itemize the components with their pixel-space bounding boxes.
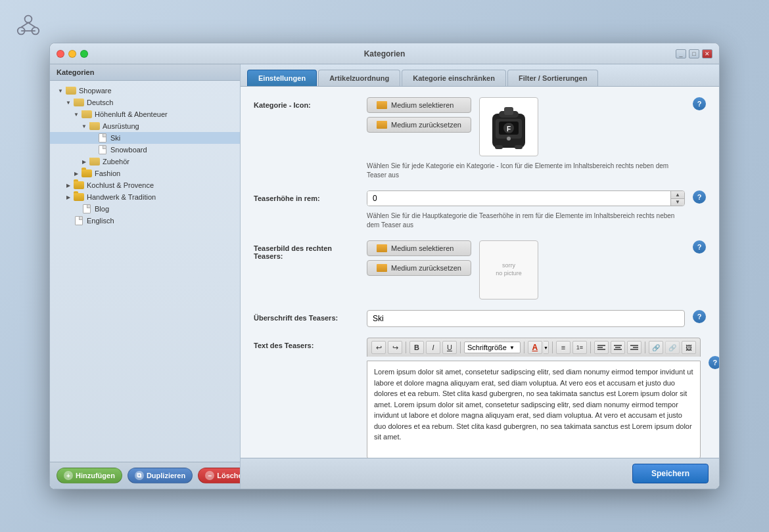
expander-englisch (64, 217, 72, 225)
expander-deutsch[interactable]: ▼ (64, 99, 72, 106)
tab-einstellungen[interactable]: Einstellungen (247, 70, 317, 86)
help-icon-teaser-hoehe[interactable]: ? (693, 190, 706, 204)
sidebar-item-kochlust[interactable]: ▶ Kochlust & Provence (50, 179, 240, 191)
sep-6 (645, 342, 645, 353)
align-center-btn[interactable] (611, 341, 625, 354)
undo-btn[interactable]: ↩ (371, 341, 386, 354)
sidebar-item-englisch[interactable]: Englisch (50, 215, 240, 227)
duplicate-button[interactable]: ⧉ Duplizieren (128, 468, 193, 483)
expander-zubehoer[interactable]: ▶ (80, 158, 88, 166)
duplicate-label: Duplizieren (147, 472, 185, 479)
add-icon: + (64, 471, 73, 480)
close-button[interactable] (57, 50, 64, 58)
unlink-btn[interactable]: 🔗 (665, 341, 680, 354)
sidebar-item-handwerk[interactable]: ▶ Handwerk & Tradition (50, 191, 240, 203)
expander-kochlust[interactable]: ▶ (64, 181, 72, 189)
minimize-btn[interactable]: _ (676, 49, 686, 58)
window-body: Kategorien ▼ Shopware ▼ Deutsch (50, 64, 719, 489)
align-left-btn[interactable] (594, 341, 609, 354)
svg-rect-12 (504, 107, 513, 115)
sidebar-item-fashion[interactable]: ▶ Fashion (50, 167, 240, 179)
minimize-button[interactable] (68, 50, 76, 58)
select-medium-btn-1[interactable]: Medium selektieren (367, 97, 471, 113)
help-icon-ueberschrift[interactable]: ? (693, 310, 706, 323)
list-ol-btn[interactable]: 1≡ (572, 341, 587, 354)
align-right-icon (630, 344, 638, 351)
redo-btn[interactable]: ↪ (388, 341, 402, 354)
italic-btn[interactable]: I (426, 341, 440, 354)
select-medium-btn-2[interactable]: Medium selektieren (367, 240, 471, 256)
file-icon-blog (82, 204, 92, 213)
sidebar-item-deutsch[interactable]: ▼ Deutsch (50, 97, 240, 108)
font-color-arrow[interactable]: ▼ (544, 341, 549, 354)
spinner-up[interactable]: ▲ (671, 191, 684, 199)
folder-icon-hoehenluft (82, 110, 92, 119)
align-center-icon (614, 344, 622, 351)
ueberschrift-input[interactable] (367, 310, 685, 327)
label-ausruestung: Ausrüstung (103, 122, 139, 130)
teaser-hoehe-input[interactable] (367, 191, 670, 206)
font-color-btn[interactable]: A (528, 341, 542, 354)
expander-handwerk[interactable]: ▶ (64, 193, 72, 201)
label-hoehenluft: Höhenluft & Abenteuer (95, 110, 168, 118)
backpack-image: F (486, 100, 532, 153)
kategorie-icon-row: Kategorie - Icon: Medium selektieren (254, 97, 706, 180)
save-button[interactable]: Speichern (632, 464, 709, 483)
expander-shopware[interactable]: ▼ (57, 87, 64, 95)
spinner-down[interactable]: ▼ (671, 199, 684, 206)
select-medium-label-2: Medium selektieren (391, 244, 454, 252)
tab-artikelzuordnung[interactable]: Artikelzuordnung (318, 70, 400, 86)
maximize-button[interactable] (80, 50, 88, 58)
link-btn[interactable]: 🔗 (649, 341, 663, 354)
sidebar-item-ski[interactable]: Ski (50, 132, 240, 144)
sidebar-item-shopware[interactable]: ▼ Shopware (50, 85, 240, 97)
sidebar-item-ausruestung[interactable]: ▼ Ausrüstung (50, 120, 240, 132)
font-size-select[interactable]: Schriftgröße ▼ (464, 342, 521, 353)
label-kochlust: Kochlust & Provence (87, 181, 154, 189)
add-button[interactable]: + Hinzufügen (57, 468, 122, 483)
delete-button[interactable]: – Löschen (198, 468, 241, 483)
kategorie-icon-label: Kategorie - Icon: (254, 97, 359, 109)
font-size-label: Schriftgröße (467, 344, 507, 351)
sidebar-item-zubehoer[interactable]: ▶ Zubehör (50, 156, 240, 167)
expander-fashion[interactable]: ▶ (72, 169, 80, 177)
sidebar-item-blog[interactable]: Blog (50, 203, 240, 215)
image-btn[interactable]: 🖼 (682, 341, 696, 354)
teaser-bild-buttons: Medium selektieren Medium zurücksetzen (367, 240, 471, 276)
teaser-hoehe-row: Teaserhöhe in rem: ▲ ▼ Wählen Sie für di… (254, 190, 706, 230)
help-icon-text[interactable]: ? (709, 356, 719, 369)
expander-ski (88, 134, 96, 142)
app-logo (16, 13, 40, 37)
sidebar-item-hoehenluft[interactable]: ▼ Höhenluft & Abenteuer (50, 108, 240, 120)
bold-btn[interactable]: B (409, 341, 424, 354)
color-a-icon: A (532, 343, 538, 352)
folder-icon-ausruestung (89, 122, 100, 131)
teaser-bild-preview-area: Medium selektieren Medium zurücksetzen s… (367, 240, 685, 299)
tab-einschraenken[interactable]: Kategorie einschränken (402, 70, 506, 86)
close-btn[interactable]: ✕ (702, 49, 712, 58)
editor-area[interactable]: Lorem ipsum dolor sit amet, consetetur s… (367, 361, 701, 458)
font-size-arrow: ▼ (509, 345, 515, 351)
reset-medium-btn-1[interactable]: Medium zurücksetzen (367, 117, 471, 133)
underline-btn[interactable]: U (442, 341, 457, 354)
folder-icon-fashion (82, 169, 92, 178)
label-ski: Ski (110, 134, 120, 142)
expander-ausruestung[interactable]: ▼ (80, 122, 88, 130)
medium-icon-reset-2 (377, 264, 387, 272)
reset-medium-btn-2[interactable]: Medium zurücksetzen (367, 260, 471, 276)
expander-blog (72, 205, 80, 213)
expander-hoehenluft[interactable]: ▼ (72, 110, 80, 118)
teaser-hoehe-hint: Wählen Sie für die Hauptkategorie die Te… (367, 211, 685, 230)
help-icon-teaser-bild[interactable]: ? (693, 240, 706, 254)
help-icon-kategorie[interactable]: ? (693, 97, 706, 110)
expander-snowboard (88, 146, 96, 154)
svg-rect-13 (495, 145, 503, 149)
restore-btn[interactable]: □ (689, 49, 699, 58)
ueberschrift-row: Überschrift des Teasers: ? (254, 310, 706, 327)
tab-filter[interactable]: Filter / Sortierungen (507, 70, 599, 86)
list-ul-btn[interactable]: ≡ (556, 341, 571, 354)
icon-buttons: Medium selektieren Medium zurücksetzen (367, 97, 471, 133)
sidebar-item-snowboard[interactable]: Snowboard (50, 144, 240, 156)
label-shopware: Shopware (79, 87, 112, 95)
align-right-btn[interactable] (627, 341, 641, 354)
